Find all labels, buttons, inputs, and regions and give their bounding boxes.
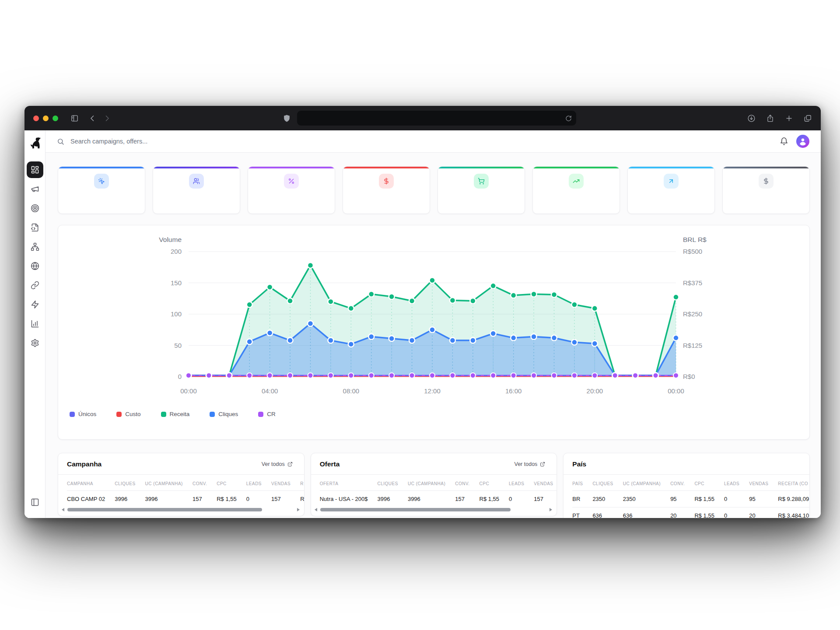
dog-logo-icon [28,136,42,150]
chart-svg: 050100150200R$0R$125R$250R$375R$500Volum… [58,232,809,407]
ver-todos-link[interactable]: Ver todos [512,461,548,468]
column-header: VENDAS [534,475,556,491]
stat-card-cliques [58,166,145,214]
svg-text:200: 200 [171,248,182,255]
trending-up-icon [569,174,584,189]
sidebar-item-link[interactable] [27,277,43,294]
target-icon [31,204,39,213]
url-bar[interactable] [297,111,576,126]
sidebar-item-bar-chart[interactable] [27,315,43,332]
stat-card-custo [343,166,430,214]
sidebar-item-globe[interactable] [27,258,43,274]
close-button[interactable] [33,116,39,121]
column-header: CLIQUES [115,475,145,491]
table-row: CBO CAMP 0239963996157R$ 1,550157R [67,491,304,508]
cart-icon [474,174,489,189]
share-button[interactable] [766,114,774,122]
legend-item-receita[interactable]: Receita [161,411,190,417]
svg-text:150: 150 [171,279,182,287]
svg-text:R$250: R$250 [683,310,702,318]
scrollbar-thumb[interactable] [67,508,262,511]
avatar[interactable] [796,135,809,148]
notifications-button[interactable] [777,136,791,146]
table-cell: R$ 1,55 [480,491,509,508]
sidebar-item-target[interactable] [27,200,43,217]
ver-todos-label: Ver todos [514,461,538,467]
column-header: CONV. [670,475,694,491]
reload-button[interactable] [565,115,572,122]
stat-accent-bar [628,167,714,168]
panel-left-icon [31,498,39,507]
downloads-button[interactable] [747,114,756,122]
table-title: País [572,460,586,468]
scroll-right-arrow[interactable] [550,508,552,511]
table-cell: R [300,491,304,508]
link-icon [31,281,39,290]
sidebar-item-file-code[interactable] [27,219,43,236]
table-cell: 0 [724,491,749,508]
svg-text:00:00: 00:00 [180,387,197,395]
sidebar-item-zap[interactable] [27,296,43,313]
sidebar-item-network[interactable] [27,238,43,255]
legend-item-únicos[interactable]: Únicos [70,411,96,417]
sidebar-collapse-button[interactable] [27,494,43,511]
tab-overview-button[interactable] [804,114,812,122]
app-shell: 050100150200R$0R$125R$250R$375R$500Volum… [24,130,821,518]
table-card-oferta: OfertaVer todosOFERTACLIQUESUC (CAMPANHA… [311,453,557,516]
svg-text:R$0: R$0 [683,373,695,380]
scroll-right-arrow[interactable] [297,508,300,511]
back-button[interactable] [88,114,97,122]
dashboard-content: 050100150200R$0R$125R$250R$375R$500Volum… [46,153,821,518]
legend-item-custo[interactable]: Custo [116,411,140,417]
globe-icon [31,262,39,270]
scroll-left-arrow[interactable] [315,508,317,511]
scroll-left-arrow[interactable] [62,508,64,511]
forward-button[interactable] [103,114,111,122]
table-cell: 0 [246,491,271,508]
search-input[interactable] [70,137,772,145]
legend-swatch [258,412,263,417]
sidebar-toggle-icon[interactable] [70,114,79,122]
minimize-button[interactable] [43,116,49,121]
svg-text:R$500: R$500 [683,248,702,255]
svg-text:00:00: 00:00 [668,387,684,395]
table-cell: 20 [749,508,778,518]
ver-todos-label: Ver todos [262,461,285,467]
browser-window: 050100150200R$0R$125R$250R$375R$500Volum… [24,106,821,518]
svg-text:16:00: 16:00 [505,387,522,395]
legend-swatch [210,412,215,417]
chart-card: 050100150200R$0R$125R$250R$375R$500Volum… [58,225,810,440]
file-code-icon [31,223,39,232]
table-cell: CBO CAMP 02 [67,491,115,508]
legend-swatch [116,412,122,417]
svg-text:04:00: 04:00 [262,387,278,395]
scrollbar-track[interactable] [320,508,547,511]
ver-todos-link[interactable]: Ver todos [259,461,295,468]
svg-text:Volume: Volume [159,236,182,243]
sidebar-item-megaphone[interactable] [27,181,43,197]
sidebar-item-dashboard[interactable] [27,161,43,178]
horizontal-scrollbar[interactable] [311,507,557,516]
legend-label: CR [267,411,276,417]
legend-item-cr[interactable]: CR [258,411,276,417]
tables-row: CampanhaVer todosCAMPANHACLIQUESUC (CAMP… [58,453,810,518]
sidebar-item-settings[interactable] [27,335,43,351]
arrow-up-right-icon [664,174,679,189]
users-icon [189,174,204,189]
zoom-button[interactable] [52,116,58,121]
traffic-lights [33,116,58,121]
table-row: Nutra - USA - 200$39963996157R$ 1,550157 [320,491,557,508]
table-cell: 95 [749,491,778,508]
table-cell: 157 [271,491,300,508]
new-tab-button[interactable] [785,114,793,122]
scrollbar-track[interactable] [67,508,294,511]
column-header: R [300,475,304,491]
table-title: Oferta [320,460,340,468]
legend-item-cliques[interactable]: Cliques [210,411,238,417]
table-cell: R$ 9.288,09 [778,491,809,508]
horizontal-scrollbar[interactable] [58,507,304,516]
scrollbar-thumb[interactable] [320,508,511,511]
stat-card-lucro [532,166,620,214]
stat-accent-bar [723,167,809,168]
table-cell: 636 [592,508,623,518]
